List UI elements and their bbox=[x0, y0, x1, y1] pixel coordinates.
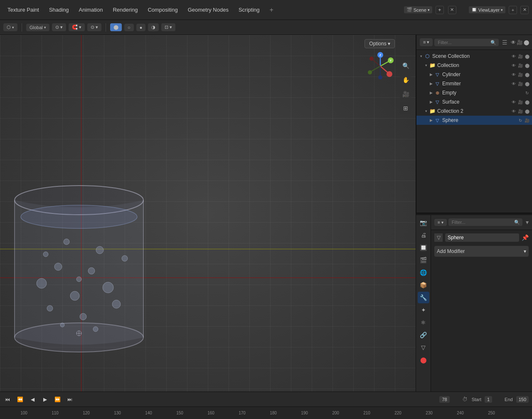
render-toggle[interactable]: ⬤ bbox=[524, 72, 530, 77]
view-layer-close-button[interactable]: ✕ bbox=[520, 6, 529, 14]
menu-item-rendering[interactable]: Rendering bbox=[108, 4, 142, 15]
camera-restrict-icon[interactable]: 🎥 bbox=[517, 40, 523, 45]
add-modifier-button[interactable]: Add Modifier ▾ bbox=[434, 246, 529, 257]
play-button[interactable]: ▶ bbox=[41, 395, 49, 404]
tree-item-collection2[interactable]: ▾ 📁 Collection 2 👁 🎥 ⬤ bbox=[416, 107, 532, 116]
view-layer-add-button[interactable]: + bbox=[509, 6, 517, 14]
tree-item-empty[interactable]: ▶ ⊕ Empty ↻ bbox=[416, 88, 532, 97]
pivot-button[interactable]: ⊙ ▾ bbox=[52, 23, 66, 31]
overlay-toggle[interactable]: ⊡ ▾ bbox=[161, 23, 175, 31]
options-button[interactable]: Options ▾ bbox=[365, 39, 395, 48]
expand-arrow-empty[interactable]: ▶ bbox=[428, 90, 434, 96]
shading-toggle-material[interactable]: ◑ bbox=[148, 23, 159, 31]
expand-arrow-collection[interactable]: ▾ bbox=[423, 62, 429, 68]
filter-icon[interactable]: ☰ bbox=[502, 39, 507, 46]
jump-to-end-button[interactable]: ⏭ bbox=[66, 395, 74, 404]
menu-item-geometry-nodes[interactable]: Geometry Nodes bbox=[184, 4, 233, 15]
menu-item-animation[interactable]: Animation bbox=[75, 4, 107, 15]
navigation-gizmo[interactable]: Z Y bbox=[366, 52, 395, 82]
eye-icon[interactable]: 👁 bbox=[511, 40, 516, 45]
restrict-icon[interactable]: ↻ bbox=[524, 90, 530, 96]
shading-toggle-rendered[interactable]: ● bbox=[136, 24, 146, 31]
restrict-icon[interactable]: 👁 bbox=[511, 99, 517, 105]
expand-arrow-collection2[interactable]: ▾ bbox=[423, 108, 429, 114]
camera-toggle[interactable]: 🎥 bbox=[524, 117, 530, 123]
prop-tab-scene[interactable]: 🎬 bbox=[418, 254, 429, 266]
camera-toggle[interactable]: 🎥 bbox=[517, 99, 523, 105]
render-toggle[interactable]: ⬤ bbox=[524, 53, 530, 59]
restrict-icon[interactable]: 👁 bbox=[511, 72, 517, 77]
prop-tab-particles[interactable]: ✦ bbox=[418, 304, 429, 316]
prop-tab-constraints[interactable]: 🔗 bbox=[418, 329, 429, 341]
mode-selector[interactable]: Global ▾ bbox=[26, 24, 49, 31]
camera-toggle[interactable]: 🎥 bbox=[517, 62, 523, 68]
render-toggle[interactable]: ⬤ bbox=[524, 108, 530, 114]
menu-item-scripting[interactable]: Scripting bbox=[234, 4, 264, 15]
step-back-button[interactable]: ⏪ bbox=[16, 395, 24, 404]
camera-toggle[interactable]: 🎥 bbox=[517, 53, 523, 59]
current-frame-value[interactable]: 78 bbox=[439, 396, 449, 403]
prop-tab-object[interactable]: 📦 bbox=[418, 279, 429, 291]
menu-item-texture-paint[interactable]: Texture Paint bbox=[3, 4, 43, 15]
grid-icon[interactable]: ⊞ bbox=[400, 102, 411, 114]
menu-item-shading[interactable]: Shading bbox=[45, 4, 73, 15]
prop-tab-world[interactable]: 🌐 bbox=[418, 267, 429, 278]
expand-arrow-surface[interactable]: ▶ bbox=[428, 99, 434, 105]
camera-toggle[interactable]: 🎥 bbox=[517, 108, 523, 114]
pin-button[interactable]: 📌 bbox=[522, 234, 529, 241]
prop-tab-physics[interactable]: ⚛ bbox=[418, 317, 429, 328]
outliner-type-button[interactable]: ≡ ▾ bbox=[420, 38, 433, 46]
snap-button[interactable]: 🧲 ▾ bbox=[69, 23, 85, 31]
menu-item-compositing[interactable]: Compositing bbox=[143, 4, 182, 15]
scene-close-button[interactable]: ✕ bbox=[448, 6, 456, 14]
render-toggle[interactable]: ⬤ bbox=[524, 81, 530, 87]
scene-add-button[interactable]: + bbox=[436, 6, 444, 14]
jump-to-start-button[interactable]: ⏮ bbox=[3, 395, 12, 404]
prop-tab-render[interactable]: 📷 bbox=[418, 217, 429, 228]
render-icon[interactable]: ⬤ bbox=[524, 40, 529, 45]
start-frame-value[interactable]: 1 bbox=[485, 396, 492, 403]
end-frame-value[interactable]: 150 bbox=[516, 396, 529, 403]
zoom-icon[interactable]: 🔍 bbox=[400, 60, 411, 72]
eye-toggle[interactable]: 👁 bbox=[511, 62, 517, 68]
scene-selector[interactable]: 🎬 Scene ▾ bbox=[404, 6, 432, 13]
tree-item-sphere[interactable]: ▶ ▽ Sphere ↻ 🎥 bbox=[416, 116, 532, 125]
expand-arrow-cylinder[interactable]: ▶ bbox=[428, 72, 434, 77]
camera-icon[interactable]: 🎥 bbox=[400, 88, 411, 100]
step-forward-button[interactable]: ⏩ bbox=[53, 395, 62, 404]
render-toggle[interactable]: ⬤ bbox=[524, 62, 530, 68]
properties-search-input[interactable] bbox=[448, 218, 522, 226]
object-name-input[interactable] bbox=[445, 233, 519, 242]
viewport[interactable]: Options ▾ Z Y bbox=[0, 35, 416, 392]
proportional-edit-button[interactable]: ⊙ ▾ bbox=[87, 23, 101, 31]
prop-header-type-btn[interactable]: ≡ ▾ bbox=[434, 219, 447, 226]
prop-tab-data[interactable]: ▽ bbox=[418, 342, 429, 353]
outliner-search-input[interactable] bbox=[434, 39, 499, 46]
prop-tab-modifiers[interactable]: 🔧 bbox=[418, 292, 429, 303]
camera-toggle[interactable]: 🎥 bbox=[517, 81, 523, 87]
prop-tab-output[interactable]: 🖨 bbox=[418, 229, 429, 241]
camera-toggle[interactable]: 🎥 bbox=[517, 72, 523, 77]
expand-arrow-sphere[interactable]: ▶ bbox=[428, 117, 434, 123]
prop-filter-dropdown[interactable]: ▾ bbox=[526, 219, 529, 226]
hand-icon[interactable]: ✋ bbox=[400, 74, 411, 86]
prop-tab-view-layer[interactable]: 🔲 bbox=[418, 242, 429, 253]
tree-item-scene-collection[interactable]: ▾ ⬡ Scene Collection 👁 🎥 ⬤ bbox=[416, 52, 532, 61]
expand-arrow[interactable]: ▾ bbox=[418, 53, 424, 59]
add-workspace-button[interactable]: + bbox=[266, 4, 278, 16]
eye-toggle[interactable]: 👁 bbox=[511, 53, 517, 59]
tree-item-emmiter[interactable]: ▶ ▽ Emmiter 👁 🎥 ⬤ bbox=[416, 79, 532, 88]
restrict-icon[interactable]: 👁 bbox=[511, 81, 517, 87]
expand-arrow-emmiter[interactable]: ▶ bbox=[428, 81, 434, 87]
tree-item-cylinder[interactable]: ▶ ▽ Cylinder 👁 🎥 ⬤ bbox=[416, 70, 532, 79]
play-reverse-button[interactable]: ◀ bbox=[28, 395, 37, 404]
tree-item-surface[interactable]: ▶ ▽ Surface 👁 🎥 ⬤ bbox=[416, 97, 532, 107]
tree-item-collection[interactable]: ▾ 📁 Collection 👁 🎥 ⬤ bbox=[416, 61, 532, 70]
prop-tab-material[interactable]: ⬤ bbox=[418, 354, 429, 366]
render-toggle[interactable]: ⬤ bbox=[524, 99, 530, 105]
shading-toggle-wire[interactable]: ○ bbox=[124, 24, 134, 31]
eye-toggle[interactable]: 👁 bbox=[511, 108, 517, 114]
editor-type-button[interactable]: ⬡ ▾ bbox=[3, 23, 17, 31]
view-layer-selector[interactable]: 🔲 ViewLayer ▾ bbox=[469, 6, 505, 13]
restrict-icon[interactable]: ↻ bbox=[517, 117, 523, 123]
